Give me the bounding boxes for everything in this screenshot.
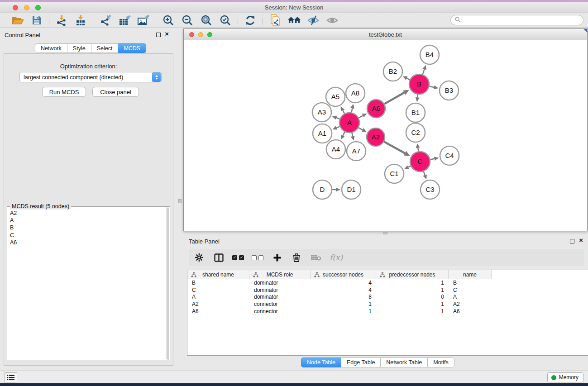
graph-edge-A-A5 — [340, 106, 344, 114]
select-all-checks-icon[interactable]: ✓✓ — [232, 252, 244, 263]
graph-node-A3[interactable]: A3 — [312, 103, 331, 122]
table-tabs: Node TableEdge TableNetwork TableMotifs — [301, 357, 454, 367]
graph-node-C[interactable]: C — [410, 152, 430, 172]
table-row[interactable]: A2connector11A2 — [187, 300, 588, 308]
delete-table-icon[interactable] — [310, 252, 322, 263]
column-header-predecessor-nodes[interactable]: predecessor nodes — [376, 270, 449, 279]
zoom-fit-icon[interactable] — [200, 14, 213, 27]
column-label: shared name — [202, 272, 234, 278]
table-row[interactable]: Bdominator41B — [187, 279, 588, 286]
apply-preferred-layout-icon[interactable] — [244, 14, 257, 27]
tab-network-table[interactable]: Network Table — [381, 357, 428, 367]
network-canvas[interactable]: B4B2BB3A8A5A6A3B1AC2A1A2A4A7C4CC1C3DD1 — [184, 41, 587, 231]
mcds-result-item[interactable]: A6 — [9, 239, 166, 246]
search-input[interactable] — [461, 16, 583, 24]
memory-status-dot — [551, 375, 556, 380]
export-table-icon[interactable] — [118, 14, 131, 27]
column-header-successor-nodes[interactable]: successor nodes — [311, 270, 376, 279]
cell-shared-name: A6 — [187, 308, 249, 315]
graph-node-A1[interactable]: A1 — [313, 124, 332, 143]
graph-node-A5[interactable]: A5 — [326, 87, 345, 106]
table-row[interactable]: A6connector11A6 — [187, 308, 588, 315]
network-window-title: testGlobe.txt — [184, 31, 587, 38]
zoom-in-icon[interactable] — [162, 14, 175, 27]
graph-node-B4[interactable]: B4 — [420, 45, 439, 64]
show-all-icon[interactable] — [325, 14, 339, 27]
vertical-split-divider[interactable] — [177, 28, 183, 371]
settings-gear-icon[interactable] — [193, 252, 205, 263]
graph-node-B2[interactable]: B2 — [383, 62, 402, 81]
export-image-icon[interactable] — [137, 14, 150, 27]
tab-edge-table[interactable]: Edge Table — [341, 357, 381, 367]
export-network-icon[interactable] — [99, 14, 112, 27]
close-panel-button[interactable]: Close panel — [92, 87, 139, 97]
mcds-result-item[interactable]: C — [9, 232, 166, 239]
column-header-MCDS-role[interactable]: MCDS role — [249, 270, 311, 279]
window-title: Session: New Session — [0, 4, 588, 11]
search-field[interactable] — [450, 15, 583, 25]
tab-network[interactable]: Network — [35, 43, 67, 53]
graph-node-D1[interactable]: D1 — [342, 180, 361, 199]
import-table-icon[interactable] — [74, 14, 87, 27]
control-panel-title: Control Panel — [5, 32, 40, 38]
open-session-icon[interactable] — [11, 14, 24, 27]
horizontal-split-divider[interactable] — [183, 231, 588, 235]
cell-MCDS-role: dominator — [249, 294, 311, 300]
graph-node-A6[interactable]: A6 — [367, 100, 385, 118]
graph-node-A8[interactable]: A8 — [346, 84, 365, 103]
new-network-from-selection-icon[interactable] — [268, 14, 282, 27]
float-panel-icon[interactable] — [156, 33, 161, 37]
graph-node-A7[interactable]: A7 — [347, 142, 366, 161]
close-panel-icon[interactable]: × — [165, 32, 169, 36]
svg-text:A4: A4 — [332, 145, 340, 153]
table-row[interactable]: Adominator80A — [187, 294, 588, 301]
workspace: Control Panel × NetworkStyleSelectMCDS O… — [0, 28, 588, 371]
network-titlebar[interactable]: testGlobe.txt — [184, 29, 587, 40]
graph-node-C1[interactable]: C1 — [385, 164, 404, 183]
mcds-result-item[interactable]: A — [9, 217, 166, 224]
close-table-panel-icon[interactable]: × — [579, 238, 583, 243]
mcds-result-item[interactable]: A2 — [9, 210, 166, 217]
table-row[interactable]: Cdominator41C — [187, 286, 588, 294]
graph-node-B1[interactable]: B1 — [406, 103, 425, 122]
graph-node-C2[interactable]: C2 — [406, 123, 425, 142]
first-neighbors-icon[interactable] — [287, 14, 301, 27]
import-network-icon[interactable] — [55, 14, 68, 27]
tab-style[interactable]: Style — [67, 43, 91, 53]
zoom-selected-icon[interactable] — [219, 14, 232, 27]
graph-node-C4[interactable]: C4 — [440, 146, 459, 165]
tab-node-table[interactable]: Node Table — [301, 357, 341, 367]
float-table-panel-icon[interactable] — [570, 239, 574, 243]
mcds-result-item[interactable]: B — [9, 224, 166, 231]
graph-node-A[interactable]: A — [339, 113, 359, 133]
cell-MCDS-role: connector — [249, 308, 311, 315]
delete-column-icon[interactable] — [291, 252, 302, 263]
memory-button[interactable]: Memory — [547, 372, 583, 382]
column-chooser-icon[interactable] — [213, 252, 225, 263]
deselect-all-checks-icon[interactable] — [252, 252, 263, 263]
add-column-icon[interactable] — [271, 252, 283, 263]
graph-node-A4[interactable]: A4 — [326, 140, 345, 159]
run-mcds-button[interactable]: Run MCDS — [42, 87, 86, 97]
divider-gripper[interactable] — [383, 232, 387, 234]
graph-node-C3[interactable]: C3 — [421, 180, 440, 199]
graph-node-A2[interactable]: A2 — [367, 128, 385, 146]
tab-select[interactable]: Select — [91, 43, 119, 53]
column-header-shared-name[interactable]: shared name — [187, 270, 249, 279]
tab-mcds[interactable]: MCDS — [118, 43, 146, 53]
graph-node-B3[interactable]: B3 — [440, 81, 459, 100]
svg-text:C3: C3 — [425, 186, 434, 193]
tab-motifs[interactable]: Motifs — [428, 357, 454, 367]
column-header-name[interactable]: name — [449, 270, 492, 279]
function-builder-icon[interactable]: f(x) — [330, 252, 343, 263]
task-history-button[interactable] — [5, 372, 17, 382]
graph-node-D[interactable]: D — [313, 180, 332, 199]
graph-node-B[interactable]: B — [409, 74, 429, 94]
result-scrollbar[interactable] — [166, 207, 169, 359]
divider-gripper[interactable] — [178, 199, 182, 203]
zoom-out-icon[interactable] — [181, 14, 194, 27]
hide-selected-icon[interactable] — [306, 14, 320, 27]
memory-label: Memory — [559, 374, 578, 381]
optimization-criterion-dropdown[interactable]: largest connected component (directed) — [19, 72, 162, 82]
save-session-icon[interactable] — [30, 14, 43, 27]
